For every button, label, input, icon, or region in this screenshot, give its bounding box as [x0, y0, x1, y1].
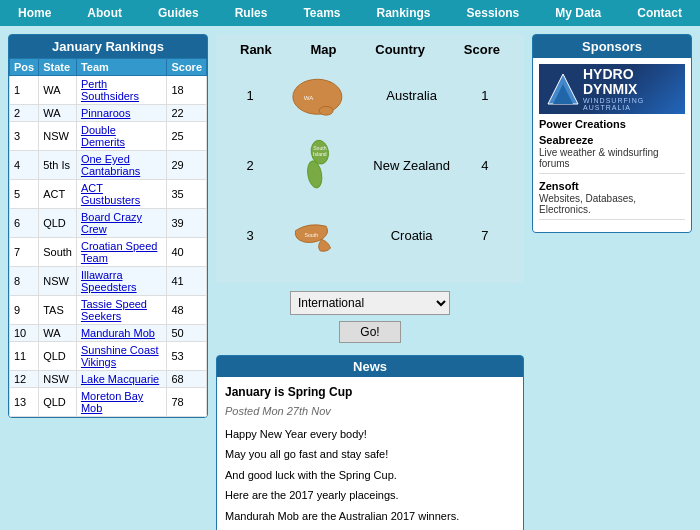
cell-score: 25: [167, 122, 207, 151]
cell-pos: 8: [10, 267, 39, 296]
cell-state: QLD: [39, 209, 77, 238]
go-button[interactable]: Go!: [339, 321, 400, 343]
cell-team: Croatian Speed Team: [76, 238, 166, 267]
right-sidebar: Sponsors HYDRODYNMIX WINDSURFING AUSTRAL…: [532, 34, 692, 530]
rank-number: 3: [240, 228, 260, 243]
team-link[interactable]: Double Demerits: [81, 124, 125, 148]
team-link[interactable]: One Eyed Cantabrians: [81, 153, 140, 177]
cell-state: South: [39, 238, 77, 267]
sponsor-name: Zensoft: [539, 180, 685, 192]
rank-number: 2: [240, 158, 260, 173]
cell-score: 35: [167, 180, 207, 209]
hydro-sub: WINDSURFING AUSTRALIA: [583, 97, 681, 111]
cell-team: Perth Southsiders: [76, 76, 166, 105]
nav-item-home[interactable]: Home: [14, 4, 55, 22]
sponsor-name: Power Creations: [539, 118, 685, 130]
center-area: Rank Map Country Score 1 WA Australia12 …: [216, 34, 524, 530]
news-body: January is Spring Cup Posted Mon 27th No…: [217, 377, 523, 530]
table-row: 10WAMandurah Mob50: [10, 325, 207, 342]
rank-header: Rank Map Country Score: [230, 42, 510, 57]
cell-state: TAS: [39, 296, 77, 325]
cell-team: Mandurah Mob: [76, 325, 166, 342]
team-link[interactable]: Croatian Speed Team: [81, 240, 157, 264]
cell-score: 22: [167, 105, 207, 122]
table-row: 3NSWDouble Demerits25: [10, 122, 207, 151]
sponsor-name: Seabreeze: [539, 134, 685, 146]
svg-point-0: [293, 79, 342, 114]
rank-row: 1 WA Australia1: [230, 65, 510, 125]
cell-team: Double Demerits: [76, 122, 166, 151]
cell-score: 41: [167, 267, 207, 296]
rankings-header-row: PosStateTeamScore: [10, 59, 207, 76]
rank-col-label: Rank: [240, 42, 272, 57]
nav-item-about[interactable]: About: [83, 4, 126, 22]
sponsor-items-container: Power CreationsSeabreezeLive weather & w…: [539, 118, 685, 220]
hydro-name: HYDRODYNMIX: [583, 67, 681, 98]
nav-item-contact[interactable]: Contact: [633, 4, 686, 22]
hydro-icon: [543, 69, 583, 109]
hydro-logo: HYDRODYNMIX WINDSURFING AUSTRALIA: [539, 64, 685, 114]
nav-item-guides[interactable]: Guides: [154, 4, 203, 22]
cell-pos: 9: [10, 296, 39, 325]
svg-text:South: South: [313, 145, 327, 151]
table-row: 2WAPinnaroos22: [10, 105, 207, 122]
rank-map: WA: [273, 65, 353, 125]
rankings-col-score: Score: [167, 59, 207, 76]
cell-score: 50: [167, 325, 207, 342]
cell-pos: 10: [10, 325, 39, 342]
table-row: 7SouthCroatian Speed Team40: [10, 238, 207, 267]
team-link[interactable]: Pinnaroos: [81, 107, 131, 119]
dropdown-section: InternationalAustraliaNew ZealandCroatia…: [290, 291, 450, 343]
sponsor-desc: Live weather & windsurfing forums: [539, 147, 685, 174]
cell-team: One Eyed Cantabrians: [76, 151, 166, 180]
cell-score: 39: [167, 209, 207, 238]
rank-country-name: Croatia: [367, 228, 457, 243]
rankings-table: PosStateTeamScore 1WAPerth Southsiders18…: [9, 58, 207, 417]
nav-item-sessions[interactable]: Sessions: [463, 4, 524, 22]
team-link[interactable]: Illawarra Speedsters: [81, 269, 137, 293]
team-link[interactable]: Mandurah Mob: [81, 327, 155, 339]
team-link[interactable]: Moreton Bay Mob: [81, 390, 143, 414]
table-row: 12NSWLake Macquarie68: [10, 371, 207, 388]
svg-text:WA: WA: [304, 94, 315, 101]
news-headline: January is Spring Cup: [225, 383, 515, 401]
nav-item-rules[interactable]: Rules: [231, 4, 272, 22]
news-section: News January is Spring Cup Posted Mon 27…: [216, 355, 524, 530]
rankings-table-container: January Rankings PosStateTeamScore 1WAPe…: [8, 34, 208, 418]
rankings-col-state: State: [39, 59, 77, 76]
top-rankings-section: Rank Map Country Score 1 WA Australia12 …: [216, 34, 524, 283]
news-paragraph: Happy New Year every body!: [225, 426, 515, 443]
team-link[interactable]: Board Crazy Crew: [81, 211, 142, 235]
team-link[interactable]: Perth Southsiders: [81, 78, 139, 102]
nav-item-my-data[interactable]: My Data: [551, 4, 605, 22]
rank-map: South: [273, 205, 353, 265]
table-row: 1WAPerth Southsiders18: [10, 76, 207, 105]
team-link[interactable]: Tassie Speed Seekers: [81, 298, 147, 322]
cell-state: 5th Is: [39, 151, 77, 180]
country-select[interactable]: InternationalAustraliaNew ZealandCroatia: [290, 291, 450, 315]
rank-country-name: New Zealand: [367, 158, 457, 173]
table-row: 6QLDBoard Crazy Crew39: [10, 209, 207, 238]
nav-item-teams[interactable]: Teams: [299, 4, 344, 22]
news-paragraphs: Happy New Year every body!May you all go…: [225, 426, 515, 531]
table-row: 13QLDMoreton Bay Mob78: [10, 388, 207, 417]
cell-team: Sunshine Coast Vikings: [76, 342, 166, 371]
cell-pos: 1: [10, 76, 39, 105]
cell-pos: 4: [10, 151, 39, 180]
team-link[interactable]: Lake Macquarie: [81, 373, 159, 385]
cell-score: 53: [167, 342, 207, 371]
table-row: 9TASTassie Speed Seekers48: [10, 296, 207, 325]
cell-pos: 12: [10, 371, 39, 388]
nav-item-rankings[interactable]: Rankings: [373, 4, 435, 22]
rank-score-value: 1: [470, 88, 500, 103]
table-row: 5ACTACT Gustbusters35: [10, 180, 207, 209]
rank-rows-container: 1 WA Australia12 South Island New Zealan…: [230, 65, 510, 275]
rank-score-value: 7: [470, 228, 500, 243]
team-link[interactable]: ACT Gustbusters: [81, 182, 140, 206]
sponsors-container: Sponsors HYDRODYNMIX WINDSURFING AUSTRAL…: [532, 34, 692, 233]
news-paragraph: May you all go fast and stay safe!: [225, 446, 515, 463]
team-link[interactable]: Sunshine Coast Vikings: [81, 344, 159, 368]
cell-score: 40: [167, 238, 207, 267]
sponsor-desc: Websites, Databases, Electronics.: [539, 193, 685, 220]
cell-state: QLD: [39, 342, 77, 371]
